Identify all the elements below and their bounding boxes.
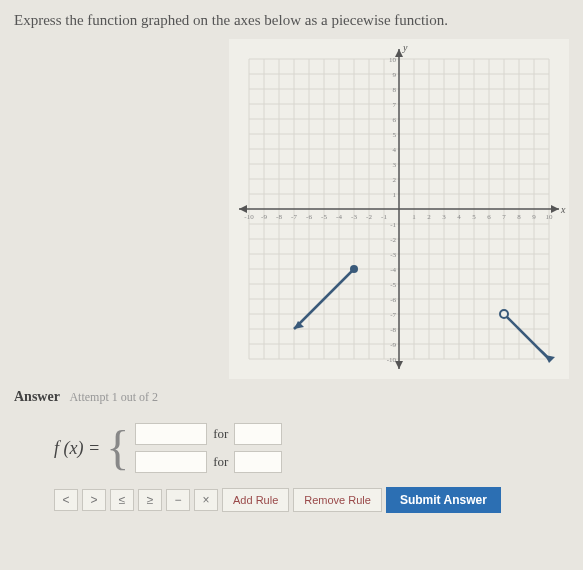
svg-text:-5: -5: [390, 281, 396, 289]
svg-text:-1: -1: [381, 213, 387, 221]
svg-text:10: 10: [389, 56, 397, 64]
svg-text:8: 8: [393, 86, 397, 94]
svg-text:2: 2: [427, 213, 431, 221]
svg-text:-7: -7: [291, 213, 297, 221]
svg-text:9: 9: [532, 213, 536, 221]
svg-marker-43: [239, 205, 247, 213]
svg-text:4: 4: [457, 213, 461, 221]
svg-text:-8: -8: [390, 326, 396, 334]
coordinate-graph: y x -10-9-8 -7-6-5 -4-3-2 -1 123 456 789…: [229, 39, 569, 379]
le-button[interactable]: ≤: [110, 489, 134, 511]
lt-button[interactable]: <: [54, 489, 78, 511]
remove-rule-button[interactable]: Remove Rule: [293, 488, 382, 512]
svg-text:2: 2: [393, 176, 397, 184]
svg-text:-7: -7: [390, 311, 396, 319]
svg-text:-10: -10: [387, 356, 397, 364]
svg-text:10: 10: [546, 213, 554, 221]
rule-2: for: [135, 451, 282, 473]
submit-answer-button[interactable]: Submit Answer: [386, 487, 501, 513]
svg-text:-4: -4: [390, 266, 396, 274]
svg-text:-3: -3: [390, 251, 396, 259]
svg-text:3: 3: [442, 213, 446, 221]
svg-text:5: 5: [472, 213, 476, 221]
times-button[interactable]: ×: [194, 489, 218, 511]
svg-text:-6: -6: [390, 296, 396, 304]
svg-text:1: 1: [393, 191, 397, 199]
rules-list: for for: [135, 423, 282, 473]
svg-text:-9: -9: [390, 341, 396, 349]
svg-text:-1: -1: [390, 221, 396, 229]
svg-text:4: 4: [393, 146, 397, 154]
svg-text:9: 9: [393, 71, 397, 79]
svg-text:1: 1: [412, 213, 416, 221]
add-rule-button[interactable]: Add Rule: [222, 488, 289, 512]
svg-text:6: 6: [487, 213, 491, 221]
svg-text:8: 8: [517, 213, 521, 221]
rule-1-expression-input[interactable]: [135, 423, 207, 445]
graph-container: y x -10-9-8 -7-6-5 -4-3-2 -1 123 456 789…: [14, 39, 569, 379]
svg-marker-44: [395, 49, 403, 57]
fx-label: f (x) =: [54, 438, 100, 459]
ge-button[interactable]: ≥: [138, 489, 162, 511]
svg-marker-45: [395, 361, 403, 369]
svg-text:-3: -3: [351, 213, 357, 221]
svg-point-90: [500, 310, 508, 318]
function-definition: f (x) = { for for: [54, 423, 569, 473]
answer-heading: Answer Attempt 1 out of 2: [14, 389, 569, 405]
svg-text:3: 3: [393, 161, 397, 169]
answer-label: Answer: [14, 389, 60, 404]
svg-text:-5: -5: [321, 213, 327, 221]
gt-button[interactable]: >: [82, 489, 106, 511]
rule-1-domain-input[interactable]: [234, 423, 282, 445]
for-label-1: for: [213, 426, 228, 442]
svg-text:-4: -4: [336, 213, 342, 221]
svg-text:-2: -2: [366, 213, 372, 221]
brace-icon: {: [106, 424, 129, 472]
svg-text:-8: -8: [276, 213, 282, 221]
svg-marker-42: [551, 205, 559, 213]
svg-text:5: 5: [393, 131, 397, 139]
svg-text:7: 7: [502, 213, 506, 221]
svg-point-88: [350, 265, 358, 273]
svg-text:-2: -2: [390, 236, 396, 244]
attempts-text: Attempt 1 out of 2: [69, 390, 158, 404]
rule-2-expression-input[interactable]: [135, 451, 207, 473]
svg-text:-10: -10: [244, 213, 254, 221]
rule-2-domain-input[interactable]: [234, 451, 282, 473]
minus-button[interactable]: −: [166, 489, 190, 511]
for-label-2: for: [213, 454, 228, 470]
svg-line-89: [504, 314, 549, 359]
svg-text:7: 7: [393, 101, 397, 109]
svg-text:6: 6: [393, 116, 397, 124]
svg-text:-9: -9: [261, 213, 267, 221]
rule-1: for: [135, 423, 282, 445]
graph-svg: y x -10-9-8 -7-6-5 -4-3-2 -1 123 456 789…: [229, 39, 569, 379]
x-axis-label: x: [560, 204, 566, 215]
y-axis-label: y: [402, 42, 408, 53]
question-prompt: Express the function graphed on the axes…: [14, 12, 569, 29]
svg-text:-6: -6: [306, 213, 312, 221]
toolbar: < > ≤ ≥ − × Add Rule Remove Rule Submit …: [54, 487, 569, 513]
